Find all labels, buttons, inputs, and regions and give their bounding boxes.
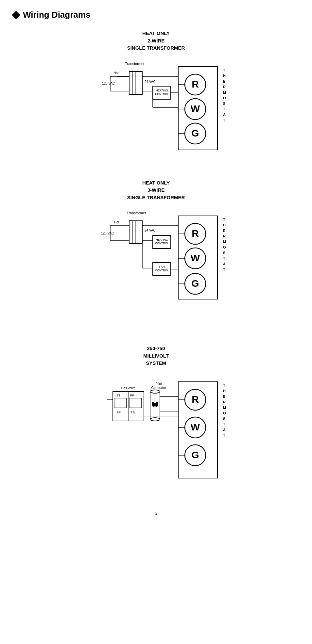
- svg-text:O: O: [223, 411, 226, 415]
- svg-rect-92: [129, 398, 142, 408]
- svg-text:T: T: [223, 267, 225, 271]
- svg-text:A: A: [223, 428, 226, 432]
- svg-text:T: T: [223, 118, 225, 122]
- svg-point-96: [150, 390, 160, 393]
- svg-text:R: R: [192, 394, 199, 405]
- svg-text:FAN: FAN: [159, 265, 165, 268]
- svg-text:R: R: [192, 228, 199, 239]
- svg-text:G: G: [191, 449, 199, 460]
- diagram-3-title: 250-750 MILLIVOLT SYSTEM: [143, 345, 169, 367]
- svg-text:24 VAC: 24 VAC: [145, 80, 156, 84]
- svg-text:120 VAC: 120 VAC: [101, 232, 114, 235]
- svg-text:Generator: Generator: [151, 386, 166, 390]
- diagram-1-svg: Transformer Hot 120 VAC 24 VAC: [78, 58, 234, 160]
- svg-text:G: G: [191, 278, 199, 289]
- svg-text:120 VAC: 120 VAC: [102, 82, 115, 85]
- svg-text:R: R: [223, 400, 226, 404]
- svg-text:HEATING: HEATING: [156, 238, 168, 241]
- svg-text:O: O: [223, 96, 226, 100]
- svg-text:Transformer: Transformer: [125, 62, 145, 66]
- svg-text:Pilot: Pilot: [155, 382, 162, 386]
- svg-text:PP: PP: [130, 394, 134, 397]
- svg-text:T: T: [223, 422, 225, 426]
- svg-point-97: [150, 418, 160, 421]
- diagram-1-title: HEAT ONLY 2-WIRE SINGLE TRANSFORMER: [127, 30, 185, 52]
- svg-text:R: R: [223, 234, 226, 238]
- svg-text:PP: PP: [117, 411, 121, 414]
- svg-text:A: A: [223, 113, 226, 117]
- diagram-3: 250-750 MILLIVOLT SYSTEM Gas valve Pilot…: [13, 345, 299, 491]
- svg-text:O: O: [223, 245, 226, 249]
- page-title: Wiring Diagrams: [23, 10, 90, 20]
- svg-text:W: W: [191, 422, 200, 432]
- svg-text:E: E: [223, 394, 225, 398]
- svg-text:E: E: [223, 229, 225, 233]
- svg-text:M: M: [223, 90, 226, 94]
- diamond-icon: [12, 11, 20, 19]
- svg-text:E: E: [223, 79, 225, 83]
- svg-text:S: S: [223, 251, 225, 255]
- svg-text:H: H: [223, 74, 226, 78]
- diagram-2-svg: Transformer Hot 120 VAC 24 VAC: [78, 208, 234, 325]
- svg-text:Hot: Hot: [114, 220, 119, 224]
- svg-text:T: T: [223, 107, 225, 111]
- svg-text:HEATING: HEATING: [156, 89, 168, 92]
- svg-text:M: M: [223, 240, 226, 244]
- svg-text:T: T: [223, 256, 225, 260]
- svg-text:S: S: [223, 102, 225, 105]
- diagram-3-svg: Gas valve Pilot Generator TT PP PP: [78, 374, 234, 491]
- svg-text:24 VAC: 24 VAC: [145, 229, 156, 232]
- svg-text:CONTROL: CONTROL: [155, 242, 169, 245]
- svg-text:Hot: Hot: [113, 71, 119, 75]
- svg-rect-91: [114, 398, 127, 408]
- page-title-row: Wiring Diagrams: [13, 10, 299, 20]
- svg-text:T: T: [223, 433, 225, 437]
- svg-text:T N: T N: [130, 411, 135, 414]
- svg-text:H: H: [223, 223, 226, 227]
- svg-text:T: T: [223, 383, 225, 387]
- svg-text:T: T: [223, 68, 225, 72]
- svg-text:TT: TT: [117, 394, 120, 397]
- svg-text:G: G: [191, 128, 199, 138]
- diagram-2-title: HEAT ONLY 3-WIRE SINGLE TRANSFORMER: [127, 179, 185, 201]
- page-container: Wiring Diagrams HEAT ONLY 2-WIRE SINGLE …: [0, 0, 312, 644]
- svg-text:W: W: [191, 252, 200, 263]
- svg-text:T: T: [223, 217, 225, 221]
- svg-text:W: W: [191, 103, 200, 114]
- diagram-1: HEAT ONLY 2-WIRE SINGLE TRANSFORMER Tran…: [13, 30, 299, 160]
- svg-text:A: A: [223, 262, 226, 266]
- svg-text:R: R: [223, 85, 226, 89]
- svg-text:M: M: [223, 406, 226, 410]
- svg-text:R: R: [192, 79, 199, 89]
- svg-text:S: S: [223, 417, 225, 421]
- svg-text:CONTROL: CONTROL: [155, 269, 169, 272]
- svg-text:H: H: [223, 389, 226, 393]
- diagram-2: HEAT ONLY 3-WIRE SINGLE TRANSFORMER Tran…: [13, 179, 299, 326]
- svg-text:Gas valve: Gas valve: [121, 386, 136, 390]
- svg-text:Transformer: Transformer: [127, 211, 146, 215]
- svg-text:CONTROL: CONTROL: [155, 92, 169, 96]
- page-number: 5: [13, 511, 299, 516]
